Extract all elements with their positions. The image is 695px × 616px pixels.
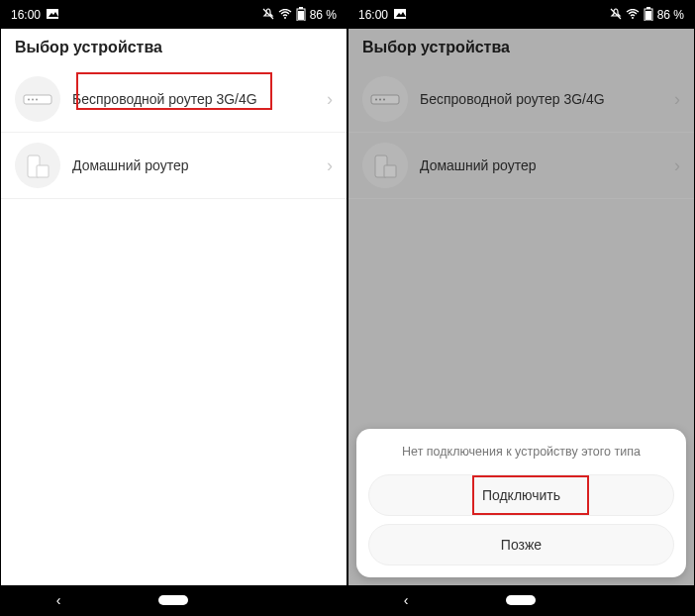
wifi-icon <box>626 8 640 22</box>
device-item-home[interactable]: Домашний роутер › <box>1 133 347 199</box>
svg-point-2 <box>284 17 286 19</box>
screen-dialog: 16:00 86 % Выбор устройства Беспроводной… <box>348 0 695 616</box>
chevron-right-icon: › <box>327 89 333 110</box>
nav-home[interactable] <box>506 592 536 608</box>
wireless-router-icon <box>15 76 60 122</box>
connect-button-label: Подключить <box>482 487 560 503</box>
status-time: 16:00 <box>358 8 388 22</box>
navbar: ‹ <box>348 585 694 615</box>
wifi-icon <box>278 8 292 22</box>
svg-point-9 <box>36 99 38 101</box>
statusbar: 16:00 86 % <box>348 1 694 29</box>
screen-device-list: 16:00 86 % Выбор устройства Беспроводной… <box>0 0 348 616</box>
svg-point-14 <box>632 17 634 19</box>
nav-spacer <box>622 592 651 608</box>
device-list: Беспроводной роутер 3G/4G › Домашний роу… <box>1 66 347 585</box>
nav-spacer <box>274 592 304 608</box>
svg-rect-11 <box>37 165 49 177</box>
nav-home[interactable] <box>158 592 188 608</box>
device-label: Беспроводной роутер 3G/4G <box>72 91 315 107</box>
statusbar: 16:00 86 % <box>1 1 347 29</box>
svg-point-7 <box>28 99 30 101</box>
page-title: Выбор устройства <box>1 29 347 66</box>
svg-rect-17 <box>645 11 651 20</box>
later-button-label: Позже <box>501 537 542 553</box>
nav-back[interactable]: ‹ <box>44 592 73 608</box>
connect-button[interactable]: Подключить <box>368 474 674 516</box>
picture-icon <box>47 8 58 22</box>
device-label: Домашний роутер <box>72 157 315 173</box>
svg-point-8 <box>32 99 34 101</box>
later-button[interactable]: Позже <box>368 524 674 565</box>
dialog-message: Нет подключения к устройству этого типа <box>368 445 674 459</box>
chevron-right-icon: › <box>327 155 333 176</box>
status-battery: 86 % <box>310 8 337 22</box>
home-router-icon <box>15 143 60 188</box>
battery-icon <box>296 7 306 24</box>
nav-back[interactable]: ‹ <box>391 592 421 608</box>
mute-icon <box>610 8 622 23</box>
picture-icon <box>394 8 406 22</box>
device-item-wireless[interactable]: Беспроводной роутер 3G/4G › <box>1 66 347 133</box>
status-time: 16:00 <box>11 8 41 22</box>
status-battery: 86 % <box>657 8 684 22</box>
connection-dialog: Нет подключения к устройству этого типа … <box>356 429 686 577</box>
navbar: ‹ <box>1 585 347 615</box>
svg-rect-5 <box>298 11 304 20</box>
battery-icon <box>644 7 653 24</box>
mute-icon <box>262 8 274 23</box>
